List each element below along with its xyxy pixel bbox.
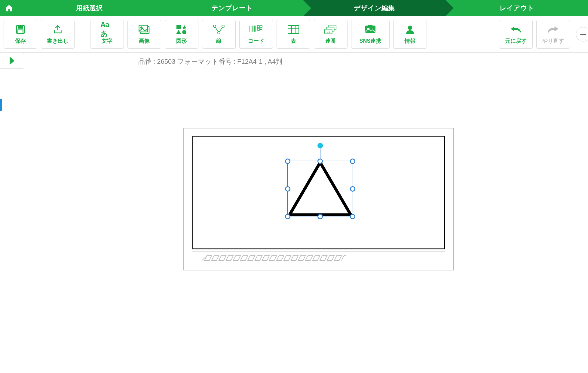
save-icon	[14, 24, 27, 35]
document-info: 品番 : 26503 フォーマット番号 : F12A4-1 , A4判	[138, 57, 282, 66]
resize-handle-w[interactable]	[285, 186, 290, 192]
barcode-icon	[250, 24, 263, 35]
rotation-handle[interactable]	[317, 143, 323, 148]
svg-rect-16	[253, 26, 253, 32]
tool-label: 書き出し	[47, 37, 69, 45]
svg-point-36	[372, 28, 373, 29]
tool-label: SNS連携	[359, 37, 381, 45]
tool-label: 画像	[139, 37, 150, 45]
selection-box[interactable]	[287, 161, 353, 217]
export-button[interactable]: 書き出し	[41, 20, 75, 49]
svg-rect-4	[139, 25, 148, 32]
svg-rect-14	[251, 26, 251, 32]
save-button[interactable]: 保存	[4, 20, 37, 49]
shapes-icon	[175, 24, 188, 35]
step-layout[interactable]: レイアウト	[446, 0, 588, 16]
svg-rect-18	[255, 26, 256, 32]
chevron-right-icon	[8, 56, 16, 66]
svg-text:01: 01	[327, 30, 330, 33]
resize-handle-ne[interactable]	[350, 159, 355, 164]
step-template[interactable]: テンプレート	[161, 0, 303, 16]
svg-rect-15	[252, 26, 253, 32]
tool-label: 連番	[325, 37, 336, 45]
info-row: 品番 : 26503 フォーマット番号 : F12A4-1 , A4判	[0, 53, 588, 71]
step-label: レイアウト	[500, 4, 534, 13]
svg-rect-17	[254, 26, 255, 32]
tool-label: 元に戻す	[505, 37, 527, 45]
svg-rect-20	[260, 26, 262, 28]
svg-point-9	[182, 30, 186, 34]
svg-rect-21	[257, 28, 259, 30]
tool-label: 文字	[102, 37, 112, 45]
svg-marker-40	[289, 162, 351, 215]
person-icon	[403, 24, 417, 35]
svg-marker-39	[10, 57, 14, 65]
code-button[interactable]: コード	[239, 20, 273, 49]
toolbar: 保存 書き出し Aaあ 文字 画像	[0, 16, 588, 53]
image-button[interactable]: 画像	[127, 20, 161, 49]
svg-marker-7	[182, 25, 187, 30]
hatch-pattern-icon	[201, 254, 352, 262]
resize-handle-s[interactable]	[317, 214, 323, 219]
table-icon	[287, 24, 300, 35]
svg-rect-2	[18, 30, 23, 33]
svg-rect-23	[288, 26, 299, 33]
zoom-out-button[interactable]: −	[576, 27, 588, 42]
resize-handle-e[interactable]	[350, 186, 355, 192]
step-label: デザイン編集	[354, 4, 395, 13]
tool-label: 線	[216, 37, 222, 45]
info-button[interactable]: 情報	[393, 20, 427, 49]
minus-icon: −	[580, 28, 586, 41]
serial-icon: 03 02 01	[324, 24, 337, 35]
svg-rect-37	[369, 25, 372, 26]
label-boundary[interactable]	[192, 136, 445, 249]
step-design[interactable]: デザイン編集	[303, 0, 446, 16]
page-frame	[183, 128, 454, 270]
polyline-icon	[212, 24, 225, 35]
export-icon	[51, 24, 64, 35]
resize-handle-nw[interactable]	[285, 159, 290, 164]
home-button[interactable]	[0, 0, 18, 16]
line-button[interactable]: 線	[202, 20, 236, 49]
tool-label: 図形	[176, 37, 187, 45]
page-footer	[192, 251, 445, 264]
resize-handle-n[interactable]	[317, 159, 323, 164]
resize-handle-se[interactable]	[350, 214, 355, 219]
svg-marker-8	[176, 30, 181, 34]
tool-label: コード	[248, 37, 264, 45]
redo-icon	[547, 24, 560, 35]
svg-rect-22	[260, 29, 262, 30]
sidebar-expand-button[interactable]	[0, 53, 24, 69]
tool-label: やり直す	[542, 37, 564, 45]
redo-button[interactable]: やり直す	[536, 20, 570, 49]
undo-icon	[509, 24, 522, 35]
sns-icon	[364, 24, 377, 35]
svg-rect-19	[257, 26, 259, 28]
svg-rect-13	[250, 26, 250, 32]
triangle-shape[interactable]	[288, 161, 353, 217]
home-icon	[5, 4, 13, 12]
tool-label: 表	[291, 37, 296, 45]
text-icon: Aaあ	[100, 24, 114, 35]
undo-button[interactable]: 元に戻す	[499, 20, 533, 49]
svg-rect-1	[18, 26, 23, 28]
shape-button[interactable]: 図形	[165, 20, 198, 49]
tool-label: 情報	[405, 37, 415, 45]
resize-handle-sw[interactable]	[285, 214, 290, 219]
sns-button[interactable]: SNS連携	[351, 20, 390, 49]
wizard-stepper: 用紙選択 テンプレート デザイン編集 レイアウト	[0, 0, 588, 16]
step-label: 用紙選択	[76, 4, 103, 13]
svg-point-5	[141, 27, 142, 28]
svg-rect-6	[176, 25, 181, 29]
tool-label: 保存	[15, 37, 26, 45]
step-label: テンプレート	[211, 4, 253, 13]
text-button[interactable]: Aaあ 文字	[90, 20, 124, 49]
canvas-area[interactable]	[0, 71, 588, 373]
table-button[interactable]: 表	[277, 20, 310, 49]
serial-button[interactable]: 03 02 01 連番	[314, 20, 348, 49]
image-icon	[138, 24, 151, 35]
svg-point-38	[408, 26, 412, 30]
step-paper[interactable]: 用紙選択	[18, 0, 161, 16]
